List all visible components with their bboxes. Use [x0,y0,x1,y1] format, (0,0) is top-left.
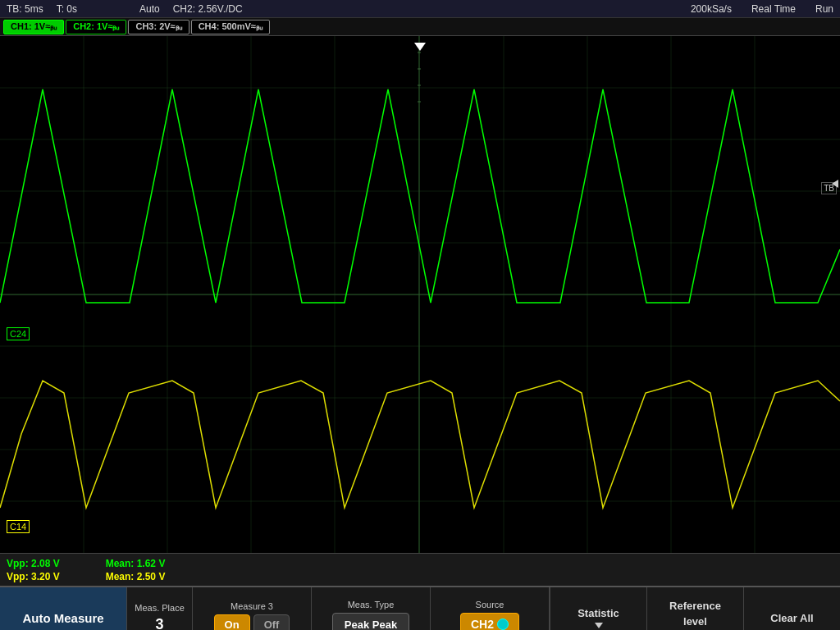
statistic-arrow-icon [595,623,603,628]
ch2-measurements: Mean: 1.62 V Mean: 2.50 V [106,558,166,582]
trigger-level-indicator [832,180,838,188]
clear-all-button[interactable]: Clear All [743,587,840,630]
auto-measure-button[interactable]: Auto Measure [0,587,127,630]
source-section: Source CH2 [431,587,550,630]
statistic-button[interactable]: Statistic [550,587,646,630]
vpp-ch2: Vpp: 3.20 V [7,571,60,582]
ch1-tab[interactable]: CH1: 1V≈ᵦᵤ [3,20,64,34]
meas-type-label: Meas. Type [348,600,395,609]
grid-overlay [0,36,840,553]
ch1-waveform [0,89,840,303]
source-value-button[interactable]: CH2 [460,613,519,630]
meas-place-section: Meas. Place 3 [127,587,193,630]
channel-tabs: CH1: 1V≈ᵦᵤ CH2: 1V≈ᵦᵤ CH3: 2V≈ᵦᵤ CH4: 50… [0,18,840,36]
ch4-tab[interactable]: CH4: 500mV≈ᵦᵤ [191,20,270,34]
ch2-tab[interactable]: CH2: 1V≈ᵦᵤ [66,20,126,34]
ch2-waveform [0,381,840,508]
sample-rate: 200kSa/s [691,3,732,15]
control-bar: Auto Measure Meas. Place 3 Measure 3 On … [0,586,840,630]
oscilloscope-screen: TB C24 C14 [0,36,840,553]
measurement-bar: Vpp: 2.08 V Vpp: 3.20 V Mean: 1.62 V Mea… [0,553,840,586]
measure3-off-button[interactable]: Off [253,614,290,631]
mean-ch2: Mean: 2.50 V [106,571,166,582]
time-display: T: 0s [57,3,77,15]
meas-type-section: Meas. Type Peak Peak [312,587,431,630]
acq-mode: Real Time [751,3,796,15]
mean-ch1: Mean: 1.62 V [106,558,166,569]
timebase-display: TB: 5ms [7,3,43,15]
measure3-section: Measure 3 On Off [193,587,312,630]
ch2-setting: CH2: 2.56V./DC [173,3,243,15]
source-circle-icon [497,619,509,630]
trigger-marker [414,43,426,51]
meas-type-value[interactable]: Peak Peak [332,613,409,631]
top-status-bar: TB: 5ms T: 0s Auto CH2: 2.56V./DC 200kSa… [0,0,840,18]
measure3-toggle: On Off [214,614,290,631]
run-status: Run [815,3,833,15]
ch3-tab[interactable]: CH3: 2V≈ᵦᵤ [128,20,189,34]
ch1-measurements: Vpp: 2.08 V Vpp: 3.20 V [7,558,60,582]
meas-place-value: 3 [155,616,163,631]
ch1-position-label: C24 [7,327,30,340]
source-label: Source [476,600,504,609]
ch2-position-label: C14 [7,520,30,533]
measure3-on-button[interactable]: On [214,614,250,631]
vpp-ch1: Vpp: 2.08 V [7,558,60,569]
meas-place-label: Meas. Place [135,603,185,613]
measure3-label: Measure 3 [231,601,273,611]
reference-level-button[interactable]: Reference level [646,587,743,630]
trigger-mode: Auto [139,3,160,15]
